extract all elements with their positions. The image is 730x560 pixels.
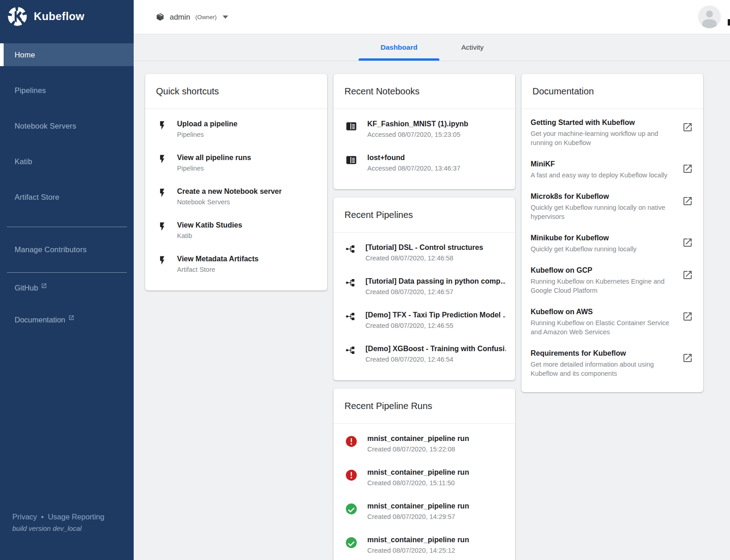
sidebar-footer: Privacy • Usage Reporting build version …	[12, 513, 104, 532]
notebook-accessed: Accessed 08/07/2020, 13:46:37	[367, 163, 460, 174]
scrollbar-thumb[interactable]	[728, 19, 730, 26]
sidebar-external-link[interactable]: Documentation	[0, 310, 134, 333]
open-in-new-icon	[682, 237, 693, 250]
pipeline-run-item[interactable]: mnist_container_pipeline run Created 08/…	[334, 495, 515, 529]
notebook-icon	[345, 120, 357, 134]
quick-shortcut-item[interactable]: View Metadata Artifacts Artifact Store	[145, 248, 327, 281]
sidebar-external-link[interactable]: GitHub	[0, 278, 134, 301]
namespace-package-icon	[156, 12, 165, 21]
quick-shortcut-item[interactable]: Upload a pipeline Pipelines	[145, 113, 327, 146]
documentation-link-item[interactable]: Minikube for Kubeflow Quickly get Kubefl…	[521, 227, 703, 259]
kubeflow-logo-icon	[7, 6, 27, 26]
column-documentation: Documentation Getting Started with Kubef…	[521, 74, 703, 392]
footer-bullet: •	[41, 513, 44, 521]
doc-link-desc: A fast and easy way to deploy Kubeflow l…	[531, 171, 671, 180]
pipeline-run-item[interactable]: mnist_container_pipeline run Created 08/…	[334, 529, 515, 560]
pipeline-item[interactable]: [Demo] TFX - Taxi Tip Prediction Model ……	[334, 304, 515, 337]
tab-dashboard-label: Dashboard	[381, 43, 417, 52]
documentation-link-item[interactable]: Getting Started with Kubeflow Get your m…	[521, 112, 703, 153]
shortcut-title: Create a new Notebook server	[177, 187, 282, 197]
doc-link-title: Kubeflow on GCP	[531, 265, 671, 275]
sidebar-nav-item[interactable]: Katib	[0, 150, 134, 173]
error-icon	[345, 436, 357, 447]
column-quick-shortcuts: Quick shortcuts Upload a pipeline Pipeli…	[145, 74, 327, 290]
sidebar: Kubeflow Home Pipelines Notebook Servers…	[0, 0, 134, 560]
doc-link-desc: Running Kubeflow on Kubernetes Engine an…	[531, 277, 671, 295]
user-avatar[interactable]	[698, 5, 721, 28]
shortcut-subtitle: Katib	[177, 230, 242, 241]
quick-shortcut-item[interactable]: View Katib Studies Katib	[145, 214, 327, 248]
documentation-list: Getting Started with Kubeflow Get your m…	[521, 109, 703, 392]
manage-contributors-label: Manage Contributors	[15, 245, 87, 254]
notebook-title: KF_Fashion_MNIST (1).ipynb	[367, 119, 468, 129]
quick-shortcuts-title: Quick shortcuts	[145, 74, 327, 109]
pipeline-run-item[interactable]: mnist_container_pipeline run Created 08/…	[334, 427, 515, 461]
recent-pipeline-runs-title: Recent Pipeline Runs	[334, 389, 515, 424]
documentation-link-item[interactable]: MiniKF A fast and easy way to deploy Kub…	[521, 153, 703, 186]
notebook-accessed: Accessed 08/07/2020, 15:23:05	[367, 129, 468, 140]
chevron-down-icon	[223, 16, 228, 19]
notebook-item[interactable]: lost+found Accessed 08/07/2020, 13:46:37	[334, 146, 515, 180]
bolt-icon	[157, 255, 167, 267]
open-in-new-icon	[682, 196, 693, 208]
run-created: Created 08/07/2020, 14:25:12	[367, 545, 469, 556]
recent-pipeline-runs-list: mnist_container_pipeline run Created 08/…	[334, 424, 515, 560]
recent-pipelines-card: Recent Pipelines	[334, 197, 515, 380]
pipeline-graph-icon	[345, 311, 355, 323]
usage-reporting-link[interactable]: Usage Reporting	[48, 513, 104, 521]
quick-shortcut-item[interactable]: View all pipeline runs Pipelines	[145, 146, 327, 180]
documentation-card: Documentation Getting Started with Kubef…	[521, 74, 703, 392]
pipeline-graph-icon	[345, 345, 355, 357]
notebook-title: lost+found	[367, 153, 460, 163]
open-in-new-icon	[41, 282, 47, 290]
tab-dashboard[interactable]: Dashboard	[359, 34, 439, 61]
sidebar-divider-1	[7, 227, 127, 227]
sidebar-nav-item-label: Katib	[15, 157, 32, 166]
doc-link-title: Getting Started with Kubeflow	[531, 118, 671, 128]
sidebar-nav-item[interactable]: Artifact Store	[0, 186, 134, 208]
namespace-selector[interactable]: admin (Owner)	[156, 0, 228, 34]
run-title: mnist_container_pipeline run	[367, 434, 469, 444]
pipeline-item[interactable]: [Tutorial] Data passing in python comp… …	[334, 270, 515, 304]
sidebar-external-links: GitHub Documentation	[0, 278, 134, 342]
doc-link-desc: Quickly get Kubeflow running locally on …	[531, 203, 671, 221]
doc-link-title: Microk8s for Kubeflow	[531, 192, 671, 202]
run-status-icon	[345, 503, 357, 515]
dashboard-content: Quick shortcuts Upload a pipeline Pipeli…	[134, 62, 730, 560]
success-icon	[345, 537, 357, 549]
pipeline-created: Created 08/07/2020, 12:46:58	[365, 253, 483, 264]
kubeflow-dashboard: { "sidebar": { "logo_text": "Kubeflow", …	[0, 0, 730, 560]
shortcut-subtitle: Artifact Store	[177, 264, 259, 275]
pipeline-run-item[interactable]: mnist_container_pipeline run Created 08/…	[334, 461, 515, 495]
open-in-new-icon	[68, 314, 74, 322]
pipeline-item[interactable]: [Demo] XGBoost - Training with Confusi… …	[334, 337, 515, 371]
kubeflow-logo[interactable]: Kubeflow	[7, 6, 84, 26]
documentation-link-item[interactable]: Kubeflow on AWS Running Kubeflow on Elas…	[521, 301, 703, 342]
topbar: admin (Owner)	[134, 0, 730, 34]
pipeline-item[interactable]: [Tutorial] DSL - Control structures Crea…	[334, 236, 515, 270]
open-in-new-icon	[682, 311, 693, 324]
doc-link-title: Kubeflow on AWS	[531, 307, 671, 317]
sidebar-item-manage-contributors[interactable]: Manage Contributors	[0, 238, 134, 261]
pipeline-graph-icon	[345, 244, 355, 256]
privacy-link[interactable]: Privacy	[12, 513, 37, 521]
notebook-item[interactable]: KF_Fashion_MNIST (1).ipynb Accessed 08/0…	[334, 113, 515, 146]
documentation-link-item[interactable]: Kubeflow on GCP Running Kubeflow on Kube…	[521, 259, 703, 301]
documentation-link-item[interactable]: Requirements for Kubeflow Get more detai…	[521, 342, 703, 384]
bolt-icon	[157, 188, 167, 200]
open-in-new-icon	[682, 122, 693, 135]
pipeline-title: [Tutorial] Data passing in python comp…	[365, 276, 506, 286]
doc-link-title: MiniKF	[531, 159, 671, 169]
documentation-link-item[interactable]: Microk8s for Kubeflow Quickly get Kubefl…	[521, 186, 703, 227]
sidebar-nav-item[interactable]: Home	[0, 43, 134, 66]
tab-activity[interactable]: Activity	[439, 34, 506, 61]
recent-notebooks-list: KF_Fashion_MNIST (1).ipynb Accessed 08/0…	[334, 109, 515, 189]
sidebar-nav-item[interactable]: Notebook Servers	[0, 114, 134, 137]
quick-shortcut-item[interactable]: Create a new Notebook server Notebook Se…	[145, 180, 327, 214]
pipeline-title: [Demo] TFX - Taxi Tip Prediction Model …	[365, 310, 506, 320]
shortcut-title: View all pipeline runs	[177, 153, 251, 163]
sidebar-nav-item[interactable]: Pipelines	[0, 79, 134, 102]
sidebar-nav-item-label: Home	[15, 51, 35, 59]
person-icon	[698, 5, 721, 28]
external-link-label: GitHub	[15, 284, 38, 292]
